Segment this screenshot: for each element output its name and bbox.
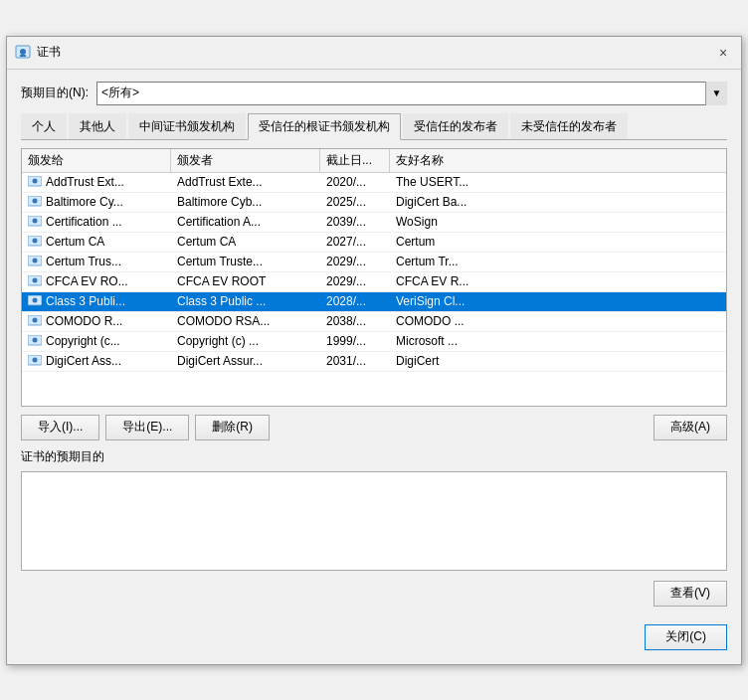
cell-issued-to: CFCA EV RO...	[22, 272, 171, 291]
cert-row-icon	[28, 176, 42, 188]
cert-row-icon	[28, 295, 42, 307]
cell-friendly: Certum Tr...	[390, 253, 539, 271]
cell-issued-to: Baltimore Cy...	[22, 193, 171, 212]
cell-friendly: DigiCert	[390, 352, 539, 371]
cell-issued-by: Class 3 Public ...	[171, 292, 320, 311]
col-header-issued-to[interactable]: 颁发给	[22, 149, 171, 172]
table-row[interactable]: Certum Trus... Certum Truste... 2029/...…	[22, 253, 726, 272]
table-row[interactable]: Certum CA Certum CA 2027/... Certum	[22, 233, 726, 253]
purpose-select-wrapper: <所有> ▼	[96, 82, 727, 105]
cell-issued-by: AddTrust Exte...	[171, 173, 320, 192]
svg-rect-2	[20, 55, 26, 57]
purpose-section-label: 证书的预期目的	[21, 448, 727, 465]
tabs-container: 个人 其他人 中间证书颁发机构 受信任的根证书颁发机构 受信任的发布者 未受信任…	[21, 113, 727, 140]
advanced-button[interactable]: 高级(A)	[654, 415, 727, 440]
table-row[interactable]: DigiCert Ass... DigiCert Assur... 2031/.…	[22, 352, 726, 372]
cell-friendly: The USERT...	[390, 173, 539, 192]
cell-expiry: 2029/...	[320, 253, 390, 271]
table-body[interactable]: AddTrust Ext... AddTrust Exte... 2020/..…	[22, 173, 726, 406]
close-title-button[interactable]: ×	[713, 43, 733, 63]
action-buttons: 导入(I)... 导出(E)... 删除(R) 高级(A)	[21, 415, 727, 440]
table-header: 颁发给 颁发者 截止日... 友好名称	[22, 149, 726, 173]
table-row[interactable]: COMODO R... COMODO RSA... 2038/... COMOD…	[22, 312, 726, 332]
cell-issued-to: Class 3 Publi...	[22, 292, 171, 311]
cert-title-icon	[15, 45, 31, 61]
cert-row-icon	[28, 315, 42, 327]
svg-point-14	[33, 278, 38, 283]
col-header-expiry[interactable]: 截止日...	[320, 149, 390, 172]
cell-issued-by: Certum Truste...	[171, 253, 320, 271]
cell-issued-by: DigiCert Assur...	[171, 352, 320, 371]
cell-friendly: VeriSign Cl...	[390, 292, 539, 311]
dialog-close-button[interactable]: 关闭(C)	[645, 624, 727, 650]
cell-expiry: 2028/...	[320, 292, 390, 311]
cert-row-icon	[28, 216, 42, 228]
cell-friendly: CFCA EV R...	[390, 272, 539, 291]
cell-expiry: 2039/...	[320, 213, 390, 232]
cert-row-icon	[28, 275, 42, 287]
svg-point-10	[33, 239, 38, 244]
svg-point-12	[33, 259, 38, 263]
cell-expiry: 1999/...	[320, 332, 390, 351]
cell-friendly: DigiCert Ba...	[390, 193, 539, 212]
cell-issued-to: Certum Trus...	[22, 253, 171, 271]
tab-trusted-root[interactable]: 受信任的根证书颁发机构	[248, 113, 401, 140]
cell-issued-by: Copyright (c) ...	[171, 332, 320, 351]
purpose-description-box	[21, 471, 727, 571]
col-header-friendly[interactable]: 友好名称	[390, 149, 539, 172]
svg-point-20	[33, 338, 38, 343]
cell-issued-by: Certum CA	[171, 233, 320, 252]
cell-friendly: Microsoft ...	[390, 332, 539, 351]
export-button[interactable]: 导出(E)...	[105, 415, 189, 440]
cert-row-icon	[28, 196, 42, 208]
cell-expiry: 2025/...	[320, 193, 390, 212]
close-row: 关闭(C)	[21, 618, 727, 652]
certificate-dialog: 证书 × 预期目的(N): <所有> ▼ 个人 其他人 中间证书颁发机构 受信任…	[6, 36, 742, 665]
cell-issued-to: Copyright (c...	[22, 332, 171, 351]
cell-expiry: 2031/...	[320, 352, 390, 371]
cell-issued-by: Certification A...	[171, 213, 320, 232]
purpose-label: 预期目的(N):	[21, 85, 89, 101]
title-bar-left: 证书	[15, 44, 61, 61]
cert-row-icon	[28, 236, 42, 248]
table-row[interactable]: Copyright (c... Copyright (c) ... 1999/.…	[22, 332, 726, 352]
view-btn-container: 查看(V)	[21, 577, 727, 611]
svg-point-18	[33, 318, 38, 323]
cell-friendly: Certum	[390, 233, 539, 252]
table-row[interactable]: Certification ... Certification A... 203…	[22, 213, 726, 233]
cell-friendly: COMODO ...	[390, 312, 539, 331]
cell-issued-to: Certification ...	[22, 213, 171, 232]
tab-others[interactable]: 其他人	[69, 113, 126, 139]
cell-issued-by: COMODO RSA...	[171, 312, 320, 331]
cell-issued-to: AddTrust Ext...	[22, 173, 171, 192]
table-row[interactable]: CFCA EV RO... CFCA EV ROOT 2029/... CFCA…	[22, 272, 726, 292]
table-row[interactable]: AddTrust Ext... AddTrust Exte... 2020/..…	[22, 173, 726, 193]
title-bar: 证书 ×	[7, 37, 741, 70]
purpose-select-box[interactable]: <所有>	[96, 82, 727, 105]
svg-point-8	[33, 219, 38, 224]
cell-expiry: 2027/...	[320, 233, 390, 252]
tab-untrusted[interactable]: 未受信任的发布者	[510, 113, 628, 139]
tab-trusted-publisher[interactable]: 受信任的发布者	[403, 113, 508, 139]
tab-intermediate[interactable]: 中间证书颁发机构	[128, 113, 246, 139]
table-row[interactable]: Class 3 Publi... Class 3 Public ... 2028…	[22, 292, 726, 312]
table-row[interactable]: Baltimore Cy... Baltimore Cyb... 2025/..…	[22, 193, 726, 213]
tab-personal[interactable]: 个人	[21, 113, 67, 139]
cert-row-icon	[28, 355, 42, 367]
purpose-dropdown-arrow[interactable]: ▼	[705, 82, 727, 105]
col-header-issued-by[interactable]: 颁发者	[171, 149, 320, 172]
purpose-section: 证书的预期目的 查看(V)	[21, 448, 727, 611]
import-button[interactable]: 导入(I)...	[21, 415, 99, 440]
dialog-title: 证书	[37, 44, 61, 61]
delete-button[interactable]: 删除(R)	[195, 415, 270, 440]
cert-row-icon	[28, 256, 42, 267]
purpose-row: 预期目的(N): <所有> ▼	[21, 82, 727, 105]
cert-row-icon	[28, 335, 42, 347]
svg-point-4	[33, 179, 38, 184]
cell-expiry: 2029/...	[320, 272, 390, 291]
cell-friendly: WoSign	[390, 213, 539, 232]
svg-point-6	[33, 199, 38, 204]
svg-point-22	[33, 358, 38, 363]
cell-issued-to: COMODO R...	[22, 312, 171, 331]
view-button[interactable]: 查看(V)	[654, 581, 727, 607]
